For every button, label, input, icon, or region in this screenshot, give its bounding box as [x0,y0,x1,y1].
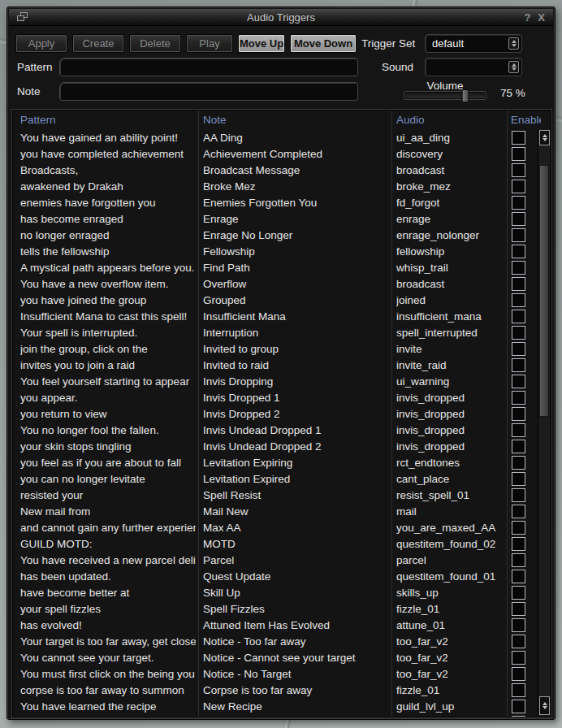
enabled-checkbox[interactable] [512,716,525,717]
table-row[interactable]: A mystical path appears before you. Find… [13,260,538,276]
scroll-down-icon[interactable] [539,696,550,715]
table-row[interactable]: You cannot see your target. Notice - Can… [13,650,538,666]
enabled-checkbox[interactable] [512,375,525,388]
enabled-checkbox[interactable] [512,537,525,551]
enabled-checkbox[interactable] [512,440,525,453]
note-input[interactable] [59,82,358,101]
column-header-audio[interactable]: Audio [396,114,502,126]
play-button[interactable]: Play [186,34,233,53]
table-row[interactable]: tells the fellowship Fellowship fellowsh… [13,244,538,260]
table-row[interactable]: have become better at Skill Up skills_up [13,585,538,601]
enabled-checkbox[interactable] [512,180,525,193]
volume-slider[interactable] [404,92,486,99]
enabled-checkbox[interactable] [512,196,525,210]
enabled-checkbox[interactable] [512,602,525,616]
enabled-checkbox[interactable] [512,326,525,340]
table-row[interactable]: Insufficient Mana to cast this spell! In… [13,309,538,325]
enabled-checkbox[interactable] [512,651,525,665]
table-row[interactable]: you have completed achievement Achieveme… [13,146,538,162]
enabled-checkbox[interactable] [512,488,525,502]
enabled-checkbox[interactable] [512,163,525,177]
enabled-checkbox[interactable] [512,228,525,242]
table-row[interactable]: You have gained an ability point! AA Din… [13,130,538,146]
column-header-enabled[interactable]: Enabled [511,114,541,126]
table-row[interactable]: enemies have forgotten you Enemies Forgo… [13,195,538,211]
move-up-button[interactable]: Move Up [238,34,285,53]
spinner-icon[interactable] [508,61,519,73]
close-button[interactable]: X [538,11,545,24]
table-row[interactable]: You have a new overflow item. Overflow b… [13,276,538,292]
enabled-checkbox[interactable] [512,131,525,145]
table-row[interactable]: You have learned the recipe New Recipe g… [13,699,538,715]
enabled-checkbox[interactable] [512,310,525,323]
move-down-button[interactable]: Move Down [290,34,357,53]
table-row[interactable]: Broadcasts, Broadcast Message broadcast [13,162,538,179]
delete-button[interactable]: Delete [129,34,181,53]
enabled-checkbox[interactable] [512,570,525,583]
enabled-checkbox[interactable] [512,553,525,567]
table-row[interactable]: Your target is too far away, get closer!… [13,634,538,650]
table-row[interactable]: corpse is too far away to summon Corpse … [13,682,538,699]
table-row[interactable]: you have joined the group Grouped joined [13,292,538,309]
table-row[interactable]: You must first click on the being you wi… [13,666,538,682]
sound-dropdown[interactable] [425,58,522,76]
scrollbar-thumb[interactable] [539,165,549,417]
enabled-checkbox[interactable] [512,277,525,291]
column-header-note[interactable]: Note [203,114,382,126]
enabled-checkbox[interactable] [512,586,525,600]
table-row[interactable]: invites you to join a raid Invited to ra… [13,358,538,374]
table-row[interactable]: GUILD MOTD: MOTD questitem_found_02 [13,536,538,552]
table-row[interactable]: you feel as if you are about to fall Lev… [13,455,538,471]
table-row[interactable]: You no longer fool the fallen. Invis Und… [13,422,538,439]
table-row[interactable]: Your spell is interrupted. Interruption … [13,325,538,341]
enabled-checkbox[interactable] [512,683,525,697]
enabled-checkbox[interactable] [512,456,525,470]
help-button[interactable]: ? [524,11,530,24]
table-row[interactable]: awakened by Drakah Broke Mez broke_mez [13,179,538,195]
table-row[interactable]: has been updated. Quest Update questitem… [13,569,538,585]
table-row[interactable]: resisted your Spell Resist resist_spell_… [13,488,538,504]
enabled-checkbox[interactable] [512,261,525,275]
table-row[interactable]: your spell fizzles Spell Fizzles fizzle_… [13,601,538,618]
table-row[interactable]: You caught a rare fish! Rare Fish discov… [13,715,538,717]
apply-button[interactable]: Apply [15,34,67,53]
table-row[interactable]: has become enraged Enrage enrage [13,211,538,228]
table-row[interactable]: no longer enraged Enrage No Longer enrag… [13,228,538,244]
enabled-checkbox[interactable] [512,521,525,535]
table-row[interactable]: you return to view Invis Dropped 2 invis… [13,406,538,422]
table-row[interactable]: join the group, click on the Invited to … [13,341,538,358]
scrollbar[interactable] [538,129,550,716]
table-row[interactable]: and cannot gain any further experience u… [13,520,538,536]
enabled-checkbox[interactable] [512,505,525,518]
spinner-icon[interactable] [508,37,519,50]
table-row[interactable]: your skin stops tingling Invis Undead Dr… [13,439,538,455]
enabled-checkbox[interactable] [512,407,525,421]
enabled-checkbox[interactable] [512,667,525,681]
enabled-checkbox[interactable] [512,618,525,632]
scroll-up-icon[interactable] [539,130,550,145]
enabled-checkbox[interactable] [512,472,525,486]
table-row[interactable]: you appear. Invis Dropped 1 invis_droppe… [13,390,538,406]
titlebar[interactable]: Audio Triggers ? X [9,9,553,26]
enabled-checkbox[interactable] [512,700,525,713]
enabled-checkbox[interactable] [512,293,525,307]
create-button[interactable]: Create [72,34,124,53]
table-row[interactable]: you can no longer levitate Levitation Ex… [13,471,538,488]
trigger-set-dropdown[interactable]: default [425,34,522,53]
table-row[interactable]: You feel yourself starting to appear Inv… [13,374,538,390]
enabled-checkbox[interactable] [512,212,525,226]
enabled-checkbox[interactable] [512,147,525,161]
table-row[interactable]: has evolved! Attuned Item Has Evolved at… [13,618,538,634]
enabled-checkbox[interactable] [512,358,525,372]
enabled-checkbox[interactable] [512,423,525,437]
enabled-checkbox[interactable] [512,342,525,356]
enabled-checkbox[interactable] [512,635,525,648]
column-header-pattern[interactable]: Pattern [20,114,191,126]
enabled-checkbox[interactable] [512,245,525,258]
table-row[interactable]: You have received a new parcel delivery!… [13,552,538,569]
row-note: Enrage No Longer [203,229,388,241]
table-row[interactable]: New mail from Mail New mail [13,504,538,520]
enabled-checkbox[interactable] [512,391,525,405]
pattern-input[interactable] [59,58,358,76]
volume-slider-thumb[interactable] [461,89,469,102]
